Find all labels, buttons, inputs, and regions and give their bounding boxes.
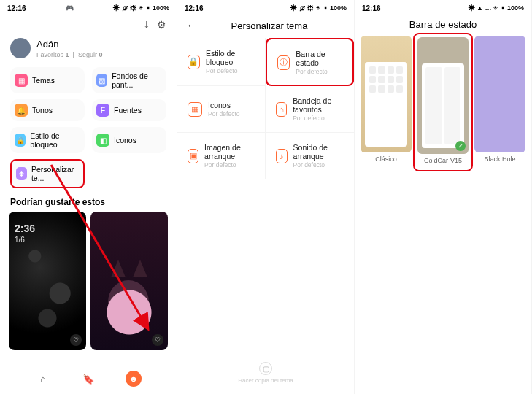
- home-icon: ⌂: [276, 102, 287, 117]
- theme-thumb-1[interactable]: 2:361/6 ♡: [9, 212, 86, 350]
- bottom-nav: ⌂ 🔖 ☻: [0, 368, 177, 390]
- page-title: Personalizar tema: [193, 20, 345, 31]
- lock-icon: 🔒: [188, 55, 200, 69]
- nav-home-icon[interactable]: ⌂: [35, 371, 51, 387]
- tile-iconos[interactable]: ◧Iconos: [92, 127, 166, 153]
- recommended-row: 2:361/6 ♡ ♡: [0, 212, 177, 350]
- theme-thumb-2[interactable]: ♡: [90, 212, 168, 350]
- sound-icon: ♪: [276, 149, 288, 163]
- favorite-icon[interactable]: ♡: [152, 334, 163, 346]
- status-bar: 12:16 ✴ ▲ … ᯤ ▮ 100%: [355, 0, 531, 15]
- screen-customize-theme: 12:16 ✴ ⌀ ⚙ ᯤ ▮ 100% ← Personalizar tema…: [177, 0, 355, 394]
- option-dock[interactable]: ⌂Bandeja de favoritosPor defecto: [266, 86, 354, 133]
- status-icons: ✴ ▲ … ᯤ ▮ 100%: [469, 4, 524, 12]
- theme-clasico[interactable]: Clásico: [361, 36, 412, 169]
- tile-fondos[interactable]: ▧Fondos de pant...: [92, 67, 166, 93]
- top-actions: ⤓ ⚙: [0, 15, 177, 35]
- selected-check-icon: ✓: [455, 141, 466, 151]
- tile-lockstyle[interactable]: 🔒Estilo de bloqueo: [10, 127, 85, 153]
- section-title: Podrían gustarte estos: [0, 196, 177, 212]
- profile-stats: Favoritos 1 | Seguir 0: [36, 51, 102, 58]
- image-icon: ▣: [188, 149, 198, 163]
- nav-profile-icon[interactable]: ☻: [126, 371, 142, 387]
- theme-preview: [361, 36, 412, 152]
- screen-themes-home: 12:16 🎮 ✴ ⌀ ⚙ ᯤ ▮ 100% ⤓ ⚙ Adán Favorito…: [0, 0, 177, 394]
- theme-preview: ✓: [417, 37, 469, 154]
- option-statusbar[interactable]: ⓘBarra de estadoPor defecto: [266, 38, 354, 86]
- option-bootimage[interactable]: ▣Imagen de arranquePor defecto: [177, 133, 266, 179]
- theme-list: Clásico ✓ ColdCar-V15 Black Hole: [355, 36, 531, 169]
- download-icon[interactable]: ⤓: [142, 19, 151, 31]
- profile-row[interactable]: Adán Favoritos 1 | Seguir 0: [0, 35, 177, 60]
- theme-preview: [474, 36, 525, 152]
- theme-blackhole[interactable]: Black Hole: [474, 36, 525, 169]
- avatar[interactable]: [10, 38, 31, 58]
- copy-theme[interactable]: ▢ Hacer copia del tema: [177, 362, 354, 384]
- page-title: Barra de estado: [355, 15, 531, 36]
- settings-icon[interactable]: ⚙: [157, 19, 166, 31]
- status-gamepad-icon: 🎮: [66, 4, 74, 12]
- option-bootsound[interactable]: ♪Sonido de arranquePor defecto: [266, 133, 354, 179]
- page-header: ← Personalizar tema: [177, 15, 354, 38]
- screen-statusbar-themes: 12:16 ✴ ▲ … ᯤ ▮ 100% Barra de estado Clá…: [355, 0, 532, 394]
- option-lockstyle[interactable]: 🔒Estilo de bloqueoPor defecto: [177, 38, 266, 86]
- profile-name: Adán: [36, 39, 102, 50]
- grid-icon: ▦: [188, 102, 202, 117]
- status-time: 12:16: [7, 4, 26, 12]
- tile-temas[interactable]: ▦Temas: [10, 67, 85, 93]
- status-bar: 12:16 ✴ ⌀ ⚙ ᯤ ▮ 100%: [177, 0, 354, 15]
- customize-icon: ❖: [16, 167, 27, 180]
- status-time: 12:16: [362, 4, 381, 12]
- option-icons[interactable]: ▦IconosPor defecto: [177, 86, 266, 133]
- themes-icon: ▦: [15, 74, 28, 87]
- ringtone-icon: 🔔: [15, 104, 28, 117]
- options-grid: 🔒Estilo de bloqueoPor defecto ⓘBarra de …: [177, 38, 354, 179]
- theme-coldcar[interactable]: ✓ ColdCar-V15: [416, 36, 470, 169]
- copy-icon: ▢: [259, 362, 272, 375]
- nav-bookmark-icon[interactable]: 🔖: [80, 371, 96, 387]
- info-icon: ⓘ: [277, 55, 290, 70]
- lock-icon: 🔒: [15, 134, 26, 147]
- icons-icon: ◧: [96, 134, 109, 147]
- status-time: 12:16: [185, 4, 204, 12]
- font-icon: F: [96, 104, 109, 117]
- tile-tonos[interactable]: 🔔Tonos: [10, 99, 85, 121]
- status-icons: ✴ ⌀ ⚙ ᯤ ▮ 100%: [290, 4, 347, 12]
- tile-fuentes[interactable]: FFuentes: [92, 99, 166, 121]
- favorite-icon[interactable]: ♡: [70, 334, 82, 346]
- wallpaper-icon: ▧: [96, 74, 107, 87]
- status-bar: 12:16 🎮 ✴ ⌀ ⚙ ᯤ ▮ 100%: [0, 0, 177, 15]
- status-icons: ✴ ⌀ ⚙ ᯤ ▮ 100%: [113, 4, 169, 12]
- category-grid: ▦Temas ▧Fondos de pant... 🔔Tonos FFuente…: [0, 60, 177, 196]
- tile-personalizar-tema[interactable]: ❖Personalizar te...: [10, 159, 85, 188]
